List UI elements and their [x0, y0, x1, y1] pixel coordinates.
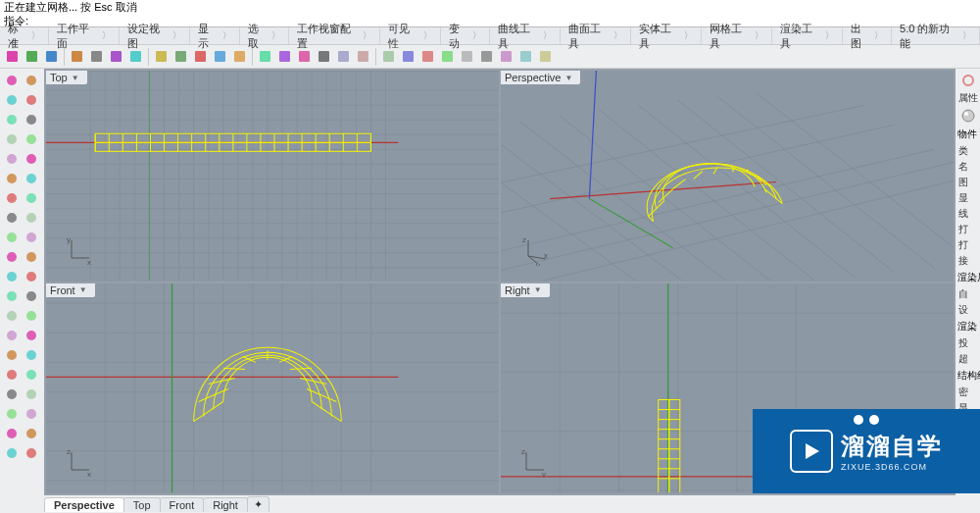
shade-button[interactable]	[295, 47, 314, 66]
material-icon[interactable]	[959, 107, 977, 125]
dim-tool[interactable]	[2, 247, 21, 266]
fillet-tool[interactable]	[2, 365, 21, 384]
viewport-front[interactable]: Front ▼	[46, 283, 499, 494]
layer-button[interactable]	[334, 47, 353, 66]
paste-button[interactable]	[126, 47, 145, 66]
torus-tool[interactable]	[22, 149, 40, 168]
line-tool[interactable]	[22, 169, 40, 187]
chevron-down-icon[interactable]: ▼	[564, 74, 572, 82]
chamfer-tool[interactable]	[22, 365, 40, 384]
menu-tab-14[interactable]: 5.0 的新功能〉	[892, 27, 980, 44]
print-button[interactable]	[68, 47, 86, 66]
pointer-tool[interactable]	[2, 71, 21, 89]
props-button[interactable]	[379, 47, 398, 66]
properties-icon[interactable]	[959, 72, 977, 89]
box-tool[interactable]	[22, 110, 40, 128]
plugin2-button[interactable]	[438, 47, 457, 66]
help-button[interactable]	[399, 47, 417, 66]
cam-tool[interactable]	[2, 286, 21, 305]
bool-d-tool[interactable]	[2, 345, 21, 364]
extrude-tool[interactable]	[22, 286, 40, 305]
viewport-tab-perspective[interactable]: Perspective	[44, 497, 124, 512]
viewport-tab-right[interactable]: Right	[203, 497, 248, 512]
redo-button[interactable]	[172, 47, 190, 66]
curve-tool[interactable]	[2, 228, 21, 246]
hide-button[interactable]	[477, 47, 496, 66]
bool-u-tool[interactable]	[22, 326, 40, 344]
sweep-tool[interactable]	[22, 306, 40, 325]
arc-tool[interactable]	[22, 188, 40, 207]
plugin1-button[interactable]	[418, 47, 437, 66]
render-button[interactable]	[315, 47, 333, 66]
chevron-down-icon[interactable]: ▼	[79, 285, 87, 294]
viewport-front-label[interactable]: Front ▼	[46, 283, 95, 297]
text-tool[interactable]	[22, 228, 40, 246]
light-tool[interactable]	[22, 267, 40, 285]
rotate-view-button[interactable]	[211, 47, 229, 66]
ellipse-tool[interactable]	[22, 208, 40, 227]
hatch-tool[interactable]	[22, 247, 40, 266]
viewport-tab-front[interactable]: Front	[160, 497, 205, 512]
zoom-window-button[interactable]	[275, 47, 294, 66]
cone-tool[interactable]	[2, 149, 21, 168]
new-button[interactable]	[3, 47, 22, 66]
snap-button[interactable]	[536, 47, 555, 66]
menu-tab-11[interactable]: 网格工具〉	[702, 27, 772, 44]
cyl-tool[interactable]	[22, 129, 40, 148]
wireframe-button[interactable]	[458, 47, 476, 66]
point-tool[interactable]	[2, 267, 21, 285]
save-button[interactable]	[42, 47, 61, 66]
menu-tab-2[interactable]: 设定视图〉	[120, 27, 190, 44]
sphere-tool[interactable]	[2, 129, 21, 148]
menu-tab-9[interactable]: 曲面工具〉	[561, 27, 631, 44]
plane-tool[interactable]	[2, 169, 21, 187]
array-tool[interactable]	[22, 385, 40, 403]
menu-tab-12[interactable]: 渲染工具〉	[772, 27, 843, 44]
chevron-down-icon[interactable]: ▼	[534, 285, 542, 294]
join-tool[interactable]	[22, 424, 40, 442]
isolate-button[interactable]	[516, 47, 535, 66]
menu-tab-5[interactable]: 工作视窗配置〉	[289, 27, 381, 44]
copy-button[interactable]	[107, 47, 125, 66]
menu-tab-7[interactable]: 变动〉	[441, 27, 490, 44]
split-tool[interactable]	[2, 424, 21, 442]
menu-tab-4[interactable]: 选取〉	[240, 27, 289, 44]
cut-button[interactable]	[87, 47, 106, 66]
menu-tab-3[interactable]: 显示〉	[190, 27, 239, 44]
add-viewport-tab[interactable]: ✦	[247, 496, 270, 512]
offset-tool[interactable]	[2, 385, 21, 403]
menu-tab-13[interactable]: 出图〉	[843, 27, 892, 44]
lasso-tool[interactable]	[22, 71, 40, 89]
open-button[interactable]	[23, 47, 41, 66]
bool-i-tool[interactable]	[22, 345, 40, 364]
viewport-perspective-label[interactable]: Perspective ▼	[501, 71, 580, 84]
menu-tab-1[interactable]: 工作平面〉	[49, 27, 120, 44]
polyline-tool[interactable]	[2, 188, 21, 207]
zoom-button[interactable]	[230, 47, 249, 66]
menu-tab-0[interactable]: 标准〉	[0, 27, 49, 44]
layer2-button[interactable]	[354, 47, 372, 66]
loft-tool[interactable]	[2, 306, 21, 325]
pan-button[interactable]	[191, 47, 210, 66]
menu-tab-8[interactable]: 曲线工具〉	[490, 27, 561, 44]
mirror-tool[interactable]	[2, 404, 21, 423]
viewport-tab-top[interactable]: Top	[123, 497, 161, 512]
scale-tool[interactable]	[2, 110, 21, 128]
move-tool[interactable]	[2, 90, 21, 109]
rotate-tool[interactable]	[22, 90, 40, 109]
circle-tool[interactable]	[2, 208, 21, 227]
viewport-perspective[interactable]: Perspective ▼	[501, 71, 954, 282]
menu-tab-6[interactable]: 可见性〉	[380, 27, 440, 44]
trim-tool[interactable]	[22, 404, 40, 423]
revolve-tool[interactable]	[2, 326, 21, 344]
group-tool[interactable]	[22, 443, 40, 462]
zoom-ext-button[interactable]	[256, 47, 274, 66]
viewport-top-label[interactable]: Top ▼	[46, 71, 87, 84]
explode-tool[interactable]	[2, 443, 21, 462]
viewport-top[interactable]: Top ▼	[46, 71, 499, 282]
menu-tab-10[interactable]: 实体工具〉	[631, 27, 702, 44]
chevron-down-icon[interactable]: ▼	[72, 74, 79, 82]
viewport-right-label[interactable]: Right ▼	[501, 283, 550, 297]
undo-button[interactable]	[152, 47, 171, 66]
lock-button[interactable]	[497, 47, 515, 66]
